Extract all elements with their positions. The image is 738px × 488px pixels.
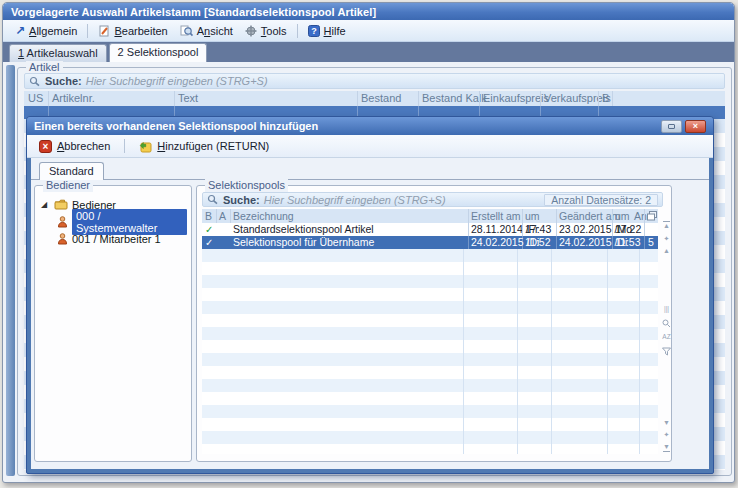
table-nav-strip: ▲ ✦ ▲ ||| AZ ▼ ✦ ▼ (661, 209, 672, 456)
col-bezeichnung[interactable]: Bezeichnung (233, 210, 294, 222)
bediener-group-label: Bediener (43, 179, 93, 192)
tab-selektionspool[interactable]: 2 Selektionspool (109, 43, 208, 62)
restore-icon (668, 124, 675, 129)
cell-erstellt-um[interactable]: 11:52 (525, 236, 551, 249)
tree-item-systemverwalter[interactable]: 000 / Systemverwalter (41, 213, 187, 230)
menu-bearbeiten[interactable]: Bearbeiten (92, 23, 173, 39)
column-separator (230, 209, 231, 223)
step-down-icon[interactable]: ▼ (661, 419, 672, 427)
search-icon (29, 76, 41, 87)
cell-bezeichnung[interactable]: Standardselektionspool Artikel (233, 223, 374, 236)
col-erstellt-um[interactable]: um (525, 210, 540, 222)
column-separator (357, 91, 358, 106)
column-separator (468, 209, 469, 223)
pool-row-uebernahme[interactable]: ✓ Selektionspool für Übernhame 24.02.201… (202, 236, 658, 249)
artikel-search-bar[interactable]: Suche: Hier Suchbegriff eingeben (STRG+S… (24, 73, 725, 89)
main-titlebar[interactable]: Vorgelagerte Auswahl Artikelstamm [Stand… (3, 3, 734, 20)
restore-button[interactable] (661, 120, 682, 133)
column-separator (556, 209, 557, 223)
tab-artikelauswahl-label: 1 Artikelauswahl (18, 47, 98, 59)
left-rail (6, 65, 15, 476)
menu-allgemein[interactable]: ↗ Allgemein (9, 23, 83, 39)
col-b[interactable]: B (602, 92, 609, 104)
edit-icon (98, 25, 110, 37)
column-separator (540, 91, 541, 106)
column-chooser-icon[interactable] (647, 211, 657, 221)
dialog-toolbar: × Abbrechen Hinzufügen (RETURN) (27, 135, 713, 158)
expander-icon[interactable]: ◢ (41, 200, 50, 209)
column-separator (612, 209, 613, 223)
col-bestand[interactable]: Bestand (361, 92, 401, 104)
pool-row-standardselektionspool[interactable]: ✓ Standardselektionspool Artikel 28.11.2… (202, 223, 658, 236)
svg-text:?: ? (311, 26, 317, 36)
dialog-body: Standard Bediener ◢ Bediener 000 / Syste (31, 158, 709, 469)
menu-tools[interactable]: Tools (239, 23, 293, 39)
main-title: Vorgelagerte Auswahl Artikelstamm [Stand… (11, 6, 376, 18)
cell-geaendert-um[interactable]: 11:53 (615, 236, 641, 249)
menu-tools-label: Tools (261, 25, 287, 37)
current-record-icon[interactable]: ✦ (661, 431, 672, 439)
abbrechen-button[interactable]: × Abbrechen (34, 138, 115, 155)
check-icon: ✓ (205, 223, 213, 236)
view-magnifier-icon (180, 25, 193, 37)
menu-ansicht[interactable]: Ansicht (174, 23, 239, 39)
bediener-groupbox: Bediener ◢ Bediener 000 / Systemverwalte… (34, 185, 192, 462)
tab-divider (31, 179, 709, 180)
col-b[interactable]: B (205, 210, 212, 222)
cell-erstellt-um[interactable]: 17:43 (525, 223, 551, 236)
dialog-titlebar[interactable]: Einen bereits vorhandenen Selektionspool… (27, 117, 713, 135)
column-separator (612, 236, 613, 249)
pools-table-body[interactable] (202, 249, 658, 454)
column-separator (598, 91, 599, 106)
cell-bezeichnung[interactable]: Selektionspool für Übernhame (233, 236, 374, 249)
column-separator (216, 209, 217, 223)
menu-allgemein-label: Allgemein (29, 25, 77, 37)
column-options-icon[interactable]: ||| (661, 305, 672, 313)
hinzufuegen-button[interactable]: Hinzufügen (RETURN) (134, 138, 274, 155)
column-separator (463, 249, 464, 454)
col-artikelnr[interactable]: Artikelnr. (52, 92, 95, 104)
scroll-top-icon[interactable]: ▲ (661, 221, 672, 230)
close-button[interactable]: × (685, 120, 706, 133)
main-tabband: 1 Artikelauswahl 2 Selektionspool (3, 42, 734, 62)
menubar: ↗ Allgemein Bearbeiten Ansicht Tools ? H… (3, 20, 734, 42)
cell-an[interactable]: 5 (648, 236, 654, 249)
cell-geaendert-um[interactable]: 17:22 (615, 223, 641, 236)
sort-icon[interactable]: AZ (661, 333, 672, 341)
menu-separator (87, 24, 88, 38)
main-window: Vorgelagerte Auswahl Artikelstamm [Stand… (2, 2, 735, 483)
artikel-header-row: US Artikelnr. Text Bestand Bestand Kalk.… (24, 91, 725, 106)
col-text[interactable]: Text (178, 92, 198, 104)
zoom-icon[interactable] (661, 319, 672, 330)
toolbar-separator (124, 139, 125, 153)
svg-text:×: × (43, 141, 49, 152)
column-separator (607, 249, 608, 454)
filter-icon[interactable] (661, 347, 672, 358)
col-us[interactable]: US (28, 92, 43, 104)
current-record-icon[interactable]: ✦ (661, 235, 672, 243)
column-separator (522, 223, 523, 236)
column-separator (522, 236, 523, 249)
col-geaendert-um[interactable]: um (615, 210, 630, 222)
step-up-icon[interactable]: ▲ (661, 247, 672, 255)
column-separator (612, 91, 613, 106)
bediener-tree: ◢ Bediener 000 / Systemverwalter 001 / M… (41, 196, 187, 247)
tree-item-label: 001 / Mitarbeiter 1 (72, 233, 161, 245)
scroll-bottom-icon[interactable]: ▼ (661, 443, 672, 452)
col-a[interactable]: A (219, 210, 226, 222)
column-separator (174, 91, 175, 106)
column-separator (644, 209, 645, 223)
column-separator (644, 223, 645, 236)
menu-bearbeiten-label: Bearbeiten (114, 25, 167, 37)
column-separator (418, 91, 419, 106)
tab-standard[interactable]: Standard (39, 162, 104, 180)
column-separator (522, 209, 523, 223)
help-icon: ? (308, 25, 320, 37)
col-verkaufspreis[interactable]: Verkaufspreis (544, 92, 611, 104)
pools-search-bar[interactable]: Suche: Hier Suchbegriff eingeben (STRG+S… (202, 192, 663, 207)
menu-hilfe[interactable]: ? Hilfe (302, 23, 352, 39)
record-count-badge: Anzahl Datensätze: 2 (544, 194, 658, 206)
tab-artikelauswahl[interactable]: 1 Artikelauswahl (9, 44, 107, 62)
col-erstellt-am[interactable]: Erstellt am (471, 210, 521, 222)
user-icon (57, 216, 68, 228)
